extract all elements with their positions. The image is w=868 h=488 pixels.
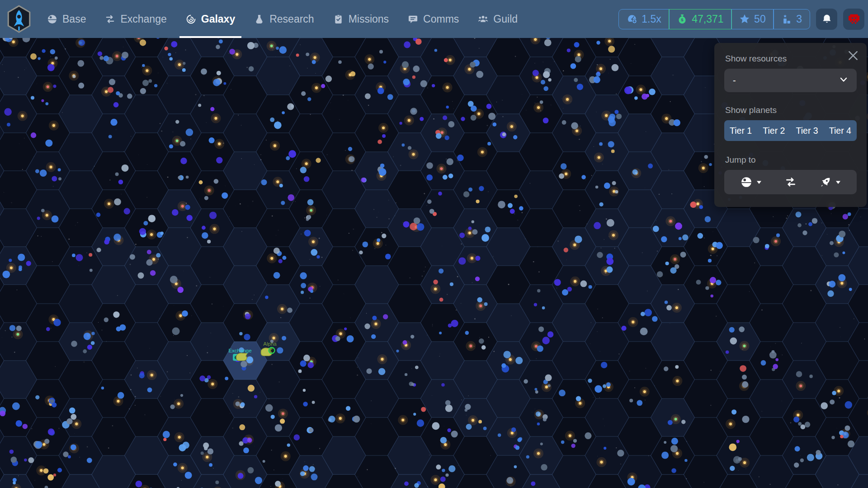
tier-2-button[interactable]: Tier 2: [757, 120, 790, 141]
alert-button[interactable]: [843, 9, 864, 30]
tab-exchange[interactable]: Exchange: [105, 0, 166, 38]
chevron-down-icon: [839, 75, 848, 86]
top-nav: BaseExchangeGalaxyResearchMissionsCommsG…: [0, 0, 868, 38]
jump-swap-button[interactable]: [781, 174, 800, 191]
tab-label-missions: Missions: [349, 13, 389, 25]
star-icon: [739, 14, 750, 24]
notifications-button[interactable]: [816, 9, 837, 30]
map-filter-panel: Show resources - Show planets Tier 1Tier…: [714, 43, 867, 207]
galaxy-map[interactable]: ExchangeAlpha Show resources - Show plan…: [0, 38, 868, 488]
deathstar-icon: [47, 14, 57, 24]
resources-select[interactable]: -: [724, 69, 857, 92]
tier-4-button[interactable]: Tier 4: [824, 120, 857, 141]
stat-credits[interactable]: $47,371: [669, 9, 731, 29]
tab-label-research: Research: [269, 13, 314, 25]
swap-icon: [105, 14, 115, 24]
tab-galaxy[interactable]: Galaxy: [186, 0, 235, 38]
stat-speed-boost[interactable]: 1.5x: [618, 9, 669, 29]
chat-bubble-icon: [408, 14, 418, 24]
flask-icon: [254, 14, 264, 24]
money-bag-icon: $: [677, 14, 688, 24]
tab-label-exchange: Exchange: [120, 13, 166, 25]
rocket-icon: [820, 176, 831, 188]
people-icon: [478, 14, 488, 24]
tier-3-button[interactable]: Tier 3: [791, 120, 824, 141]
close-icon[interactable]: [846, 48, 860, 63]
clipboard-check-icon: [333, 14, 344, 24]
caret-down-icon: [756, 180, 762, 184]
swap-icon: [785, 176, 797, 188]
jump-fleet-button[interactable]: [816, 174, 844, 191]
bell-icon: [821, 14, 832, 24]
stat-level[interactable]: 50: [731, 9, 774, 29]
jump-to-bar: [724, 170, 857, 194]
tab-label-comms: Comms: [423, 13, 459, 25]
deathstar-icon: [741, 176, 752, 188]
nav-right: 1.5x$47,371503: [618, 9, 864, 30]
resources-select-value: -: [733, 75, 736, 86]
main-tabs: BaseExchangeGalaxyResearchMissionsCommsG…: [47, 0, 518, 38]
tab-research[interactable]: Research: [254, 0, 314, 38]
tab-missions[interactable]: Missions: [333, 0, 389, 38]
stat-credits-value: 47,371: [692, 13, 723, 25]
show-resources-label: Show resources: [725, 54, 857, 64]
marker-label: Alpha: [263, 341, 277, 347]
pixel-skull-icon: [849, 14, 859, 24]
tab-label-base: Base: [62, 13, 86, 25]
stat-speed-boost-value: 1.5x: [642, 13, 661, 25]
jump-to-label: Jump to: [725, 155, 857, 165]
tab-label-guild: Guild: [493, 13, 518, 25]
caret-down-icon: [835, 180, 841, 184]
app-logo[interactable]: [6, 5, 32, 33]
stat-level-value: 50: [754, 13, 766, 25]
jump-base-button[interactable]: [737, 174, 765, 191]
podium-icon: [781, 14, 792, 24]
show-planets-label: Show planets: [725, 105, 857, 115]
gauge-plus-icon: [627, 14, 637, 24]
stat-rank[interactable]: 3: [773, 9, 810, 29]
svg-text:$: $: [681, 17, 684, 22]
tier-1-button[interactable]: Tier 1: [724, 120, 757, 141]
tab-comms[interactable]: Comms: [408, 0, 459, 38]
tier-filter-bar: Tier 1Tier 2Tier 3Tier 4: [724, 120, 857, 141]
stat-badges: 1.5x$47,371503: [618, 9, 810, 29]
marker-label: Exchange: [228, 348, 251, 353]
tab-guild[interactable]: Guild: [478, 0, 518, 38]
galaxy-icon: [186, 14, 196, 24]
tab-base[interactable]: Base: [47, 0, 86, 38]
tab-label-galaxy: Galaxy: [201, 13, 235, 25]
stat-rank-value: 3: [796, 13, 802, 25]
